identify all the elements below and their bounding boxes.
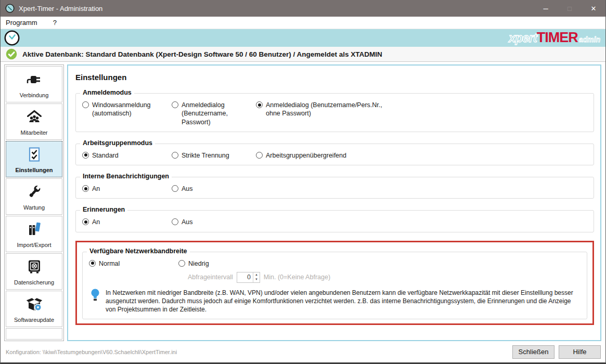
radio-option-an[interactable]: An xyxy=(82,218,172,226)
logo-admin-text: admin xyxy=(579,35,600,44)
plug-icon xyxy=(25,71,43,90)
menubar: Programm ? xyxy=(1,17,605,29)
interval-suffix: Min. (0=Keine Abfrage) xyxy=(264,274,330,281)
sidebar-item-einstellungen[interactable]: Einstellungen xyxy=(6,141,62,177)
logo-xpert-text: xpert xyxy=(509,31,537,45)
radio-checked-icon[interactable] xyxy=(82,152,89,159)
radio-unchecked-icon[interactable] xyxy=(172,185,178,192)
sidebar-item-import-export[interactable]: Import/Export xyxy=(6,216,62,252)
radio-option-label: An xyxy=(92,218,100,226)
radio-option-label: Standard xyxy=(92,151,119,160)
menu-help[interactable]: ? xyxy=(48,17,61,29)
maximize-button[interactable]: □ xyxy=(558,0,582,17)
spin-down-icon[interactable]: ▼ xyxy=(253,277,260,282)
group-interne-benachrichtigungen: Interne BenachrichtigungenAnAus xyxy=(75,177,594,199)
window-controls: ─ □ ✕ xyxy=(534,0,605,17)
footer: Konfiguration: \\kiwi\Testumgebungen\V60… xyxy=(1,343,605,362)
radio-option-anmeldedialog-benutzername-pers-nr[interactable]: Anmeldedialog (Benutzername/Pers.Nr., oh… xyxy=(256,101,588,118)
radio-unchecked-icon[interactable] xyxy=(172,152,178,159)
sidebar-item-wartung[interactable]: Wartung xyxy=(6,178,62,215)
sidebar-item-softwareupdate[interactable]: Softwareupdate xyxy=(6,291,62,327)
radio-option-strikte-trennung[interactable]: Strikte Trennung xyxy=(172,151,256,160)
sidebar-empty-slot xyxy=(6,328,62,340)
brand-banner: xpert TIMER admin xyxy=(1,29,605,47)
radio-option-aus[interactable]: Aus xyxy=(172,185,256,193)
checklist-icon xyxy=(25,146,43,165)
interval-row: Abfrageintervall 0 ▲ ▼ Min. (0=Keine Abf… xyxy=(188,272,582,283)
safe-icon xyxy=(25,258,43,278)
radio-option-label: Windowsanmeldung (automatisch) xyxy=(92,101,151,118)
statusbar: Aktive Datenbank: Standard Datenbank (Xp… xyxy=(1,47,605,62)
body: VerbindungMitarbeiterEinstellungenWartun… xyxy=(1,62,605,343)
radio-unchecked-icon[interactable] xyxy=(178,260,185,267)
titlebar: Xpert-Timer - Administration ─ □ ✕ xyxy=(1,0,605,17)
sidebar: VerbindungMitarbeiterEinstellungenWartun… xyxy=(4,64,64,341)
banner-clock-icon xyxy=(4,30,20,46)
logo-timer-text: TIMER xyxy=(537,31,578,45)
radio-option-label: An xyxy=(92,185,100,193)
close-button[interactable]: ✕ xyxy=(582,0,605,17)
menu-programm[interactable]: Programm xyxy=(1,17,42,29)
wrench-icon xyxy=(25,183,43,203)
sidebar-item-verbindung[interactable]: Verbindung xyxy=(6,66,62,102)
radio-option-anmeldedialog[interactable]: Anmeldedialog (Benutzername, Passwort) xyxy=(172,101,256,126)
minimize-button[interactable]: ─ xyxy=(534,0,558,17)
radio-checked-icon[interactable] xyxy=(82,218,89,225)
app-window: Xpert-Timer - Administration ─ □ ✕ Progr… xyxy=(0,0,606,364)
spin-up-icon[interactable]: ▲ xyxy=(253,272,260,278)
radio-option-label: Aus xyxy=(182,218,193,226)
sidebar-item-datensicherung[interactable]: Datensicherung xyxy=(6,253,62,290)
radio-option-standard[interactable]: Standard xyxy=(82,151,172,160)
page-title: Einstellungen xyxy=(75,73,595,82)
bandwidth-info: In Netzwerken mit niedriger Bandbreite (… xyxy=(89,288,582,314)
status-check-icon xyxy=(6,48,17,60)
radio-option-label: Arbeitsgruppenübergreifend xyxy=(266,151,346,160)
radio-checked-icon[interactable] xyxy=(256,101,263,108)
interval-spinner[interactable]: 0 ▲ ▼ xyxy=(237,272,260,283)
close-dialog-button[interactable]: Schließen xyxy=(512,345,555,359)
help-button[interactable]: Hilfe xyxy=(559,345,601,359)
sidebar-item-label: Verbindung xyxy=(20,92,49,98)
lightbulb-icon xyxy=(90,288,100,302)
radio-option-label: Anmeldedialog (Benutzername, Passwort) xyxy=(182,101,256,126)
xpert-timer-logo: xpert TIMER admin xyxy=(509,31,602,45)
radio-unchecked-icon[interactable] xyxy=(172,101,178,108)
config-path: Konfiguration: \\kiwi\Testumgebungen\V60… xyxy=(6,349,177,355)
active-database-status: Aktive Datenbank: Standard Datenbank (Xp… xyxy=(22,50,382,58)
group-erinnerungen: ErinnerungenAnAus xyxy=(75,210,594,232)
team-house-icon xyxy=(25,108,43,128)
radio-option-normal[interactable]: Normal xyxy=(89,259,178,268)
radio-option-label: Strikte Trennung xyxy=(182,151,229,160)
spinner-buttons: ▲ ▼ xyxy=(253,272,260,282)
radio-option-niedrig[interactable]: Niedrig xyxy=(178,259,263,268)
bandwidth-info-text: In Netzwerken mit niedriger Bandbreite (… xyxy=(106,288,582,314)
group-netzwerkbandbreite: Verfügbare Netzwerkbandbreite NormalNied… xyxy=(82,252,587,320)
settings-panel: Einstellungen AnmeldemodusWindowsanmeldu… xyxy=(67,64,601,341)
app-clock-icon xyxy=(5,4,15,13)
window-title: Xpert-Timer - Administration xyxy=(19,5,102,12)
radio-unchecked-icon[interactable] xyxy=(172,218,178,225)
radio-option-label: Anmeldedialog (Benutzername/Pers.Nr., oh… xyxy=(266,101,382,118)
group-anmeldemodus: AnmeldemodusWindowsanmeldung (automatisc… xyxy=(75,93,594,132)
sidebar-item-label: Softwareupdate xyxy=(14,317,54,323)
radio-option-arbeitsgruppen-bergreifend[interactable]: Arbeitsgruppenübergreifend xyxy=(256,151,588,160)
software-update-icon xyxy=(25,295,43,315)
radio-option-aus[interactable]: Aus xyxy=(172,218,256,226)
sidebar-item-label: Import/Export xyxy=(17,242,51,248)
interval-label: Abfrageintervall xyxy=(188,274,233,281)
group-arbeitsgruppenmodus: ArbeitsgruppenmodusStandardStrikte Trenn… xyxy=(75,144,594,165)
radio-checked-icon[interactable] xyxy=(82,185,89,192)
group-label: Erinnerungen xyxy=(80,206,127,213)
group-label: Interne Benachrichtigungen xyxy=(80,173,172,180)
interval-value[interactable]: 0 xyxy=(237,272,253,282)
sidebar-item-label: Einstellungen xyxy=(15,167,53,173)
radio-option-label: Normal xyxy=(99,259,120,268)
sidebar-item-mitarbeiter[interactable]: Mitarbeiter xyxy=(6,103,62,140)
radio-option-an[interactable]: An xyxy=(82,185,172,193)
radio-checked-icon[interactable] xyxy=(89,260,96,267)
sidebar-item-label: Wartung xyxy=(23,204,45,211)
radio-option-windowsanmeldung[interactable]: Windowsanmeldung (automatisch) xyxy=(82,101,172,118)
radio-unchecked-icon[interactable] xyxy=(256,152,263,159)
import-export-icon xyxy=(25,220,43,240)
radio-unchecked-icon[interactable] xyxy=(82,101,89,108)
